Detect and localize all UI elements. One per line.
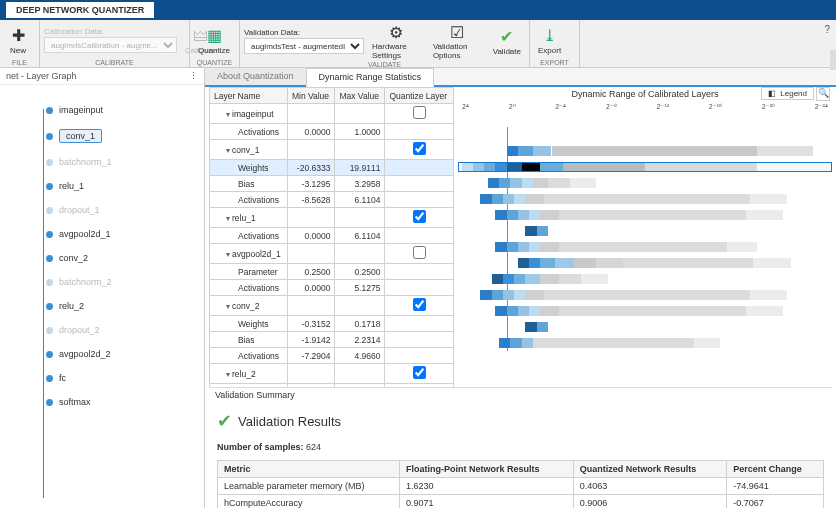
tab-stats[interactable]: Dynamic Range Statistics — [306, 68, 435, 87]
quantize-checkbox[interactable] — [413, 142, 426, 155]
table-row: hComputeAccuracy0.90710.9006-0.7067 — [218, 495, 824, 509]
graph-area[interactable]: imageinputconv_1batchnorm_1relu_1dropout… — [0, 85, 204, 508]
chart-bar — [458, 287, 832, 303]
title-bar-tab: DEEP NETWORK QUANTIZER — [6, 2, 154, 18]
results-title: Validation Results — [238, 414, 341, 429]
chart-bar — [458, 223, 832, 239]
graph-node-conv_1[interactable]: conv_1 — [46, 129, 198, 143]
export-icon: ⤓ — [540, 26, 560, 46]
table-row[interactable]: ▾conv_2 — [210, 296, 454, 316]
table-row[interactable]: ▾relu_1 — [210, 208, 454, 228]
options-icon: ☑ — [447, 22, 467, 42]
graph-node-dropout_1[interactable]: dropout_1 — [46, 205, 198, 215]
check-icon: ✔ — [497, 27, 517, 47]
graph-node-dropout_2[interactable]: dropout_2 — [46, 325, 198, 335]
validate-button[interactable]: ✔ Validate — [489, 26, 525, 57]
validation-table: Metric Floating-Point Network Results Qu… — [217, 460, 824, 508]
chart-bar — [458, 335, 832, 351]
help-icon[interactable]: ? — [824, 24, 830, 35]
graph-node-batchnorm_1[interactable]: batchnorm_1 — [46, 157, 198, 167]
table-row[interactable]: Bias-3.12953.2958 — [210, 176, 454, 192]
toolstrip: ✚ New FILE Calibration Data: augimdsCali… — [0, 20, 836, 68]
graph-node-relu_2[interactable]: relu_2 — [46, 301, 198, 311]
validation-summary-header: Validation Summary — [209, 387, 832, 402]
table-row[interactable]: Weights-20.633319.9111 — [210, 160, 454, 176]
tabs: About Quantization Dynamic Range Statist… — [205, 68, 836, 87]
table-row[interactable]: ▾conv_1 — [210, 140, 454, 160]
table-row[interactable]: Activations0.00001.0000 — [210, 124, 454, 140]
kebab-icon[interactable]: ⋮ — [189, 71, 198, 81]
graph-node-imageinput[interactable]: imageinput — [46, 105, 198, 115]
collapse-toolstrip[interactable] — [830, 50, 836, 70]
axis-labels: 2⁴2⁰2⁻⁴2⁻⁸2⁻¹²2⁻¹⁶2⁻²⁰2⁻²⁴ — [458, 103, 832, 111]
main: net - Layer Graph ⋮ imageinputconv_1batc… — [0, 68, 836, 508]
chart-bar — [458, 175, 832, 191]
chart-bar — [458, 255, 832, 271]
chart-bar — [458, 191, 832, 207]
quantize-icon: ▦ — [204, 26, 224, 46]
layer-graph-title: net - Layer Graph — [6, 71, 77, 81]
table-row[interactable]: Activations0.00005.1275 — [210, 280, 454, 296]
quantize-checkbox[interactable] — [413, 106, 426, 119]
col-max[interactable]: Max Value — [335, 88, 385, 104]
quantize-checkbox[interactable] — [413, 366, 426, 379]
range-chart[interactable]: Dynamic Range of Calibrated Layers ◧ Leg… — [458, 87, 832, 387]
table-row: Learnable parameter memory (MB)1.62300.4… — [218, 478, 824, 495]
hardware-settings-button[interactable]: ⚙ Hardware Settings — [368, 21, 425, 61]
zoom-icon[interactable]: 🔍 — [816, 87, 830, 101]
table-row[interactable]: Activations-7.29044.9660 — [210, 348, 454, 364]
table-row[interactable]: ▾relu_2 — [210, 364, 454, 384]
legend-button[interactable]: ◧ Legend — [761, 87, 814, 100]
title-bar: DEEP NETWORK QUANTIZER — [0, 0, 836, 20]
col-quantize[interactable]: Quantize Layer — [385, 88, 454, 104]
table-row[interactable]: Weights-0.31520.1718 — [210, 316, 454, 332]
quantize-checkbox[interactable] — [413, 298, 426, 311]
table-row[interactable]: Bias-1.91422.2314 — [210, 332, 454, 348]
graph-node-avgpool2d_2[interactable]: avgpool2d_2 — [46, 349, 198, 359]
calibration-data-select[interactable]: augimdsCalibration - augme... — [44, 37, 177, 53]
validation-results: ✔ Validation Results Number of samples: … — [209, 402, 832, 508]
graph-node-avgpool2d_1[interactable]: avgpool2d_1 — [46, 229, 198, 239]
range-table: Layer Name Min Value Max Value Quantize … — [209, 87, 454, 387]
export-button[interactable]: ⤓ Export — [534, 25, 565, 56]
table-row[interactable]: Activations-8.56286.1104 — [210, 192, 454, 208]
new-icon: ✚ — [8, 26, 28, 46]
calib-data-label: Calibration Data: — [44, 27, 177, 36]
chart-bar — [458, 239, 832, 255]
table-row[interactable]: Parameter0.25000.2500 — [210, 264, 454, 280]
new-button[interactable]: ✚ New — [4, 25, 32, 56]
col-min[interactable]: Min Value — [287, 88, 335, 104]
quantize-button[interactable]: ▦ Quantize — [194, 25, 234, 56]
graph-line — [43, 109, 44, 498]
col-layer[interactable]: Layer Name — [210, 88, 288, 104]
table-row[interactable]: Activations0.00006.1104 — [210, 228, 454, 244]
chart-bar — [458, 303, 832, 319]
tab-about[interactable]: About Quantization — [205, 68, 306, 85]
quantize-checkbox[interactable] — [413, 246, 426, 259]
graph-node-conv_2[interactable]: conv_2 — [46, 253, 198, 263]
graph-node-softmax[interactable]: softmax — [46, 397, 198, 407]
chart-bar — [458, 319, 832, 335]
graph-node-batchnorm_2[interactable]: batchnorm_2 — [46, 277, 198, 287]
table-row[interactable]: ▾imageinput — [210, 104, 454, 124]
quantize-checkbox[interactable] — [413, 210, 426, 223]
chart-bar — [458, 159, 832, 175]
graph-node-fc[interactable]: fc — [46, 373, 198, 383]
table-row[interactable]: ▾avgpool2d_1 — [210, 244, 454, 264]
validation-data-select[interactable]: augimdsTest - augmentedIm... — [244, 38, 364, 54]
chart-bar — [458, 143, 832, 159]
graph-node-relu_1[interactable]: relu_1 — [46, 181, 198, 191]
chart-bar — [458, 271, 832, 287]
success-icon: ✔ — [217, 410, 232, 432]
gear-icon: ⚙ — [386, 22, 406, 42]
right-pane: About Quantization Dynamic Range Statist… — [205, 68, 836, 508]
validation-options-button[interactable]: ☑ Validation Options — [429, 21, 485, 61]
val-data-label: Validation Data: — [244, 28, 364, 37]
chart-bar — [458, 207, 832, 223]
layer-graph-pane: net - Layer Graph ⋮ imageinputconv_1batc… — [0, 68, 205, 508]
